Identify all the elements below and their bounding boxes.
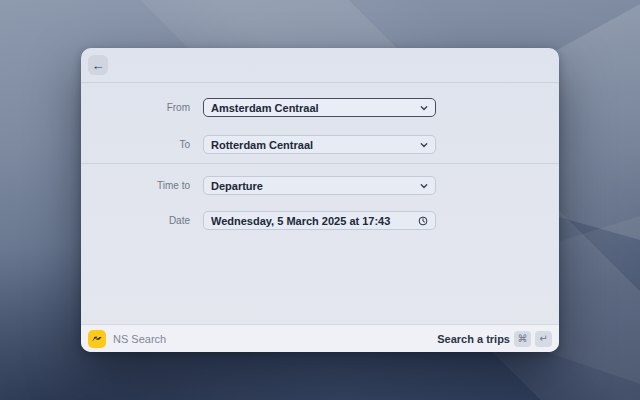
time-to-dropdown[interactable]: Departure <box>203 176 436 195</box>
ns-search-window: ← From Amsterdam Centraal To Rotterdam C… <box>81 48 559 352</box>
enter-key-icon: ↵ <box>535 331 552 347</box>
clock-icon <box>418 216 428 226</box>
date-picker[interactable]: Wednesday, 5 March 2025 at 17:43 <box>203 211 436 230</box>
date-label: Date <box>81 211 190 230</box>
from-dropdown[interactable]: Amsterdam Centraal <box>203 98 436 117</box>
ns-app-icon <box>88 330 106 348</box>
chevron-down-icon <box>420 104 428 112</box>
to-label: To <box>81 135 190 154</box>
back-button[interactable]: ← <box>88 55 108 75</box>
command-key-icon: ⌘ <box>514 331 531 347</box>
window-header: ← <box>81 48 559 83</box>
ns-logo-icon <box>91 335 103 343</box>
app-name: NS Search <box>113 333 166 345</box>
to-value: Rotterdam Centraal <box>211 139 420 151</box>
chevron-down-icon <box>420 141 428 149</box>
from-value: Amsterdam Centraal <box>211 102 420 114</box>
time-to-label: Time to <box>81 176 190 195</box>
time-to-value: Departure <box>211 180 420 192</box>
desktop-wallpaper: ← From Amsterdam Centraal To Rotterdam C… <box>0 0 640 400</box>
section-divider <box>81 163 559 164</box>
trip-form: From Amsterdam Centraal To Rotterdam Cen… <box>81 83 559 324</box>
date-value: Wednesday, 5 March 2025 at 17:43 <box>211 215 418 227</box>
chevron-down-icon <box>420 182 428 190</box>
to-dropdown[interactable]: Rotterdam Centraal <box>203 135 436 154</box>
back-arrow-icon: ← <box>92 59 105 72</box>
status-bar: NS Search Search a trips ⌘ ↵ <box>81 324 559 352</box>
search-trips-action[interactable]: Search a trips <box>437 333 510 345</box>
from-label: From <box>81 98 190 117</box>
